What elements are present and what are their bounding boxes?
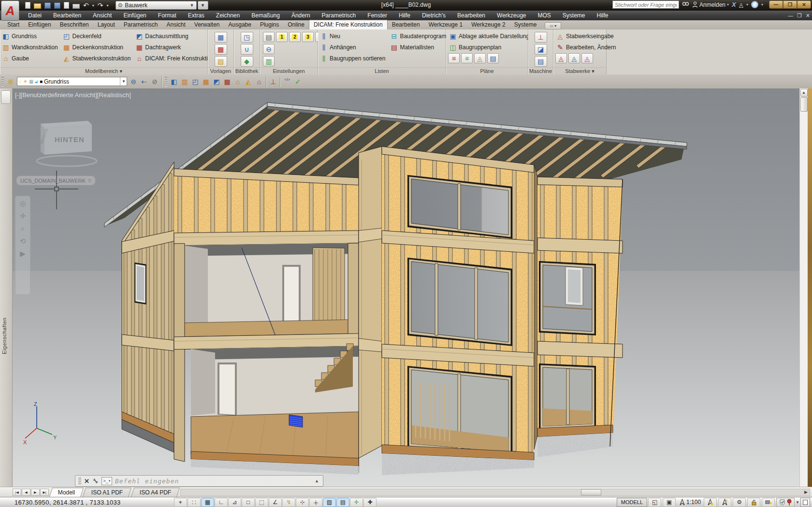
undo-icon[interactable]: ↶ bbox=[83, 2, 89, 9]
quickview-drawings-icon[interactable]: ▣ bbox=[663, 498, 676, 507]
tb-wand-button[interactable]: ▥ bbox=[179, 77, 190, 87]
redo-caret-icon[interactable]: ▾ bbox=[106, 3, 108, 8]
prev-tab-icon[interactable]: ◀ bbox=[22, 489, 30, 496]
ribbon-collapse-button[interactable]: ▭ ▾ bbox=[545, 22, 561, 29]
layout-tab-modell[interactable]: Modell bbox=[49, 488, 84, 497]
toolbar-grip[interactable] bbox=[1, 77, 4, 87]
properties-tab-label[interactable]: Eigenschaften bbox=[1, 277, 10, 354]
maschine-uebergabe-button[interactable]: ⊥ bbox=[535, 32, 547, 43]
einstellungen-minus-button[interactable]: ⊖ bbox=[263, 44, 275, 54]
layer-vp-icon[interactable]: ▦ bbox=[29, 79, 33, 84]
panel-title-stabwerke[interactable]: Stabwerke ▾ bbox=[553, 67, 606, 74]
quickview-layouts-icon[interactable]: ◱ bbox=[648, 498, 661, 507]
ribbon-item-ablageaktuelledarstellung[interactable]: ▣Ablage aktuelle Darstellung bbox=[447, 30, 532, 42]
annotation-autoscale-icon[interactable] bbox=[718, 498, 731, 507]
layer-state-button[interactable]: ⊜ bbox=[128, 77, 139, 87]
search-input[interactable] bbox=[612, 0, 679, 9]
ribbon-item-dachausmittlung[interactable]: ◩Dachausmittlung bbox=[133, 30, 217, 42]
close-button[interactable]: ✕ bbox=[797, 0, 811, 9]
ribbon-item-grundriss[interactable]: ◧Grundriss bbox=[0, 30, 61, 42]
restore-button[interactable]: ❐ bbox=[783, 0, 797, 9]
angle-icon[interactable]: ∠ bbox=[269, 498, 282, 507]
menu-bearbeiten-1[interactable]: Bearbeiten bbox=[47, 11, 87, 20]
save-icon[interactable] bbox=[44, 2, 51, 9]
ribbon-item-wandkonstruktion[interactable]: ▥Wandkonstruktion bbox=[0, 42, 61, 53]
3d-viewport[interactable]: [-][Benutzerdefinierte Ansicht][Realisti… bbox=[13, 88, 799, 487]
tb-deckenfeld-button[interactable]: ◰ bbox=[190, 77, 201, 87]
menu-bemaung-7[interactable]: Bemaßung bbox=[246, 11, 286, 20]
toolbar-grip[interactable] bbox=[165, 77, 167, 87]
menu-mos-15[interactable]: MOS bbox=[532, 11, 557, 20]
plan-dach-button[interactable]: ◬ bbox=[474, 53, 486, 63]
tb-dachaus-button[interactable]: ◩ bbox=[211, 77, 222, 87]
maschine-bett-button[interactable]: ◪ bbox=[535, 44, 547, 55]
ribbon-item-baugruppenplan[interactable]: ◫Baugruppenplan bbox=[447, 42, 532, 53]
view-cube[interactable]: HINTEN RECHTS bbox=[32, 115, 104, 171]
menu-datei-0[interactable]: Datei bbox=[22, 11, 47, 20]
menu-dietrichs-12[interactable]: Dietrich's bbox=[416, 11, 451, 20]
steering-wheel-icon[interactable]: ◎ bbox=[17, 198, 28, 209]
layout-tab-isoa1pdf[interactable]: ISO A1 PDF bbox=[83, 488, 132, 497]
menu-systeme-16[interactable]: Systeme bbox=[557, 11, 591, 20]
ribbon-item-baudatenprogramm[interactable]: ⊟Baudatenprogramm bbox=[388, 30, 454, 42]
minimize-button[interactable]: — bbox=[769, 0, 783, 9]
annotation-monitor-icon[interactable]: ✛ bbox=[350, 498, 363, 507]
orbit-icon[interactable]: ⟲ bbox=[17, 236, 28, 246]
layer-on-icon[interactable]: 💡︎ bbox=[18, 79, 22, 85]
first-tab-icon[interactable]: |◀ bbox=[13, 489, 21, 496]
menu-fenster-10[interactable]: Fenster bbox=[362, 11, 393, 20]
ribbon-tab-verwalten[interactable]: Verwalten bbox=[190, 20, 224, 29]
layer-props-button[interactable]: ≣ bbox=[5, 77, 16, 87]
doc-close-icon[interactable]: ✕ bbox=[806, 11, 810, 20]
print-icon[interactable] bbox=[72, 4, 80, 9]
workspace-switcher[interactable]: ⚙ Bauwerk ▼ bbox=[116, 1, 197, 10]
bibliothek-klammer-button[interactable]: ∪ bbox=[241, 44, 253, 55]
menu-ansicht-2[interactable]: Ansicht bbox=[87, 11, 117, 20]
einstellung-3-button[interactable]: 3 bbox=[302, 32, 314, 42]
einstellung-1-button[interactable]: 1 bbox=[276, 32, 288, 42]
ribbon-tab-dicamfreiekonstruktion[interactable]: DICAM: Freie Konstruktion bbox=[309, 20, 388, 29]
ribbon-item-dachtragwerk[interactable]: ▦Dachtragwerk bbox=[133, 42, 217, 53]
menu-hilfe-17[interactable]: Hilfe bbox=[591, 11, 614, 20]
annotation-scale[interactable]: 1:100 bbox=[677, 499, 703, 506]
zoom-icon[interactable]: ⌕ bbox=[17, 223, 28, 234]
view-controls-label[interactable]: [-][Benutzerdefinierte Ansicht][Realisti… bbox=[15, 91, 131, 99]
plan-teil-button[interactable]: ≡ bbox=[448, 53, 460, 63]
bibliothek-erzeugen-button[interactable]: ◆ bbox=[241, 56, 253, 67]
pan-icon[interactable]: ✛ bbox=[17, 211, 28, 221]
einstellungen-suchen-button[interactable]: ▤ bbox=[263, 32, 275, 42]
layer-prev-button[interactable]: ⇠ bbox=[139, 77, 149, 87]
workspace-extra-button[interactable]: ▼ bbox=[198, 1, 208, 10]
vorlagen-ordner-button[interactable]: ▨ bbox=[215, 56, 227, 67]
new-file-icon[interactable] bbox=[25, 2, 30, 9]
panel-title-modellbereich[interactable]: Modellbereich ▾ bbox=[0, 67, 207, 74]
tb-gaube-button[interactable]: ⌂ bbox=[232, 77, 243, 87]
menu-zeichnen-6[interactable]: Zeichnen bbox=[210, 11, 246, 20]
layer-dropdown-icon[interactable]: ▼ bbox=[120, 77, 126, 86]
showmotion-icon[interactable]: ▶ bbox=[17, 248, 28, 259]
navigation-bar[interactable]: ◎ ✛ ⌕ ⟲ ▶ bbox=[15, 196, 30, 295]
ribbon-tab-werkzeuge2[interactable]: Werkzeuge 2 bbox=[467, 20, 509, 29]
tb-grundriss-button[interactable]: ◧ bbox=[169, 77, 179, 87]
tb-dicam-button[interactable]: ⌂ bbox=[254, 77, 264, 87]
ribbon-item-gaube[interactable]: ⌂Gaube bbox=[0, 53, 61, 64]
hardware-acceleration-icon[interactable] bbox=[762, 498, 775, 507]
autodesk360-icon[interactable]: ◬ bbox=[739, 1, 743, 8]
ribbon-tab-einfgen[interactable]: Einfügen bbox=[24, 20, 55, 29]
menu-einfgen-3[interactable]: Einfügen bbox=[117, 11, 152, 20]
ribbon-item-baugruppensortieren[interactable]: ⫼Baugruppen sortieren bbox=[318, 53, 388, 64]
annotation-visibility-icon[interactable] bbox=[704, 498, 717, 507]
doc-minimize-icon[interactable]: — bbox=[788, 11, 793, 20]
stabwerk-verschieben-button[interactable]: ◬ bbox=[568, 53, 580, 63]
grid-snap-icon[interactable]: ⸬ bbox=[188, 498, 201, 507]
signin-control[interactable]: Anmelden ▾ bbox=[692, 1, 729, 8]
ucs-indicator[interactable]: UCS_DOMAIN_BAUWERK▽ bbox=[16, 175, 96, 186]
tab-scroll-thumb[interactable] bbox=[581, 489, 601, 495]
ribbon-tab-parametrisch[interactable]: Parametrisch bbox=[119, 20, 162, 29]
ribbon-tab-plugins[interactable]: Plugins bbox=[256, 20, 283, 29]
status-menu-caret-icon[interactable]: ▼ bbox=[796, 500, 799, 505]
scroll-up-icon[interactable]: ▲ bbox=[800, 89, 808, 97]
tb-stab-button[interactable]: ◭ bbox=[243, 77, 254, 87]
doc-restore-icon[interactable]: ❐ bbox=[797, 11, 802, 20]
menu-format-4[interactable]: Format bbox=[152, 11, 182, 20]
